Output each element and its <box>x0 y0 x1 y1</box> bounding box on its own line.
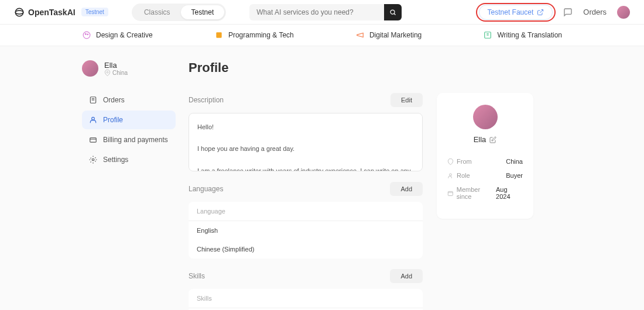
svg-line-3 <box>394 13 396 15</box>
tab-classics[interactable]: Classics <box>133 5 181 19</box>
languages-section: Languages Add Language English Chinese (… <box>189 182 423 259</box>
skills-header: Skills <box>189 289 423 308</box>
category-programming[interactable]: Programming & Tech <box>214 30 294 40</box>
svg-point-20 <box>450 173 452 175</box>
skills-section: Skills Add Skills Website Content <box>189 269 423 310</box>
profile-icon <box>89 116 97 124</box>
megaphone-icon <box>355 30 365 40</box>
edit-button[interactable]: Edit <box>390 93 423 107</box>
nav-orders[interactable]: Orders <box>82 91 176 109</box>
info-from: From China <box>447 158 523 165</box>
search-input[interactable] <box>249 4 384 20</box>
logo[interactable]: OpenTaskAI Testnet <box>14 7 108 18</box>
svg-point-7 <box>87 34 88 35</box>
avatar <box>473 105 498 129</box>
category-label: Writing & Translation <box>497 31 562 39</box>
description-label: Description <box>189 96 224 104</box>
category-label: Digital Marketing <box>369 31 422 39</box>
sidebar: Ella China Orders Profile Billing and pa… <box>82 60 176 310</box>
search-icon <box>389 9 396 16</box>
palette-icon <box>82 30 91 40</box>
nav-settings[interactable]: Settings <box>82 150 176 169</box>
profile-card: Ella From China Role Buyer <box>437 93 533 219</box>
description-section: Description Edit Hello! I hope you are h… <box>189 93 423 171</box>
messages-icon[interactable] <box>563 8 573 17</box>
category-writing[interactable]: Writing & Translation <box>483 30 562 40</box>
calendar-icon <box>447 190 454 197</box>
user-location: China <box>104 70 128 76</box>
add-language-button[interactable]: Add <box>390 182 423 196</box>
category-label: Programming & Tech <box>228 31 294 39</box>
settings-icon <box>89 156 97 164</box>
category-design[interactable]: Design & Creative <box>82 30 153 40</box>
testnet-badge: Testnet <box>81 8 108 16</box>
info-role: Role Buyer <box>447 172 523 179</box>
category-marketing[interactable]: Digital Marketing <box>355 30 422 40</box>
translate-icon <box>483 30 492 40</box>
svg-point-5 <box>83 32 90 39</box>
faucet-label: Testnet Faucet <box>488 8 534 16</box>
avatar <box>82 60 98 77</box>
svg-point-19 <box>92 159 94 161</box>
mode-tabs: Classics Testnet <box>132 4 226 21</box>
languages-label: Languages <box>189 185 223 193</box>
language-header: Language <box>189 202 423 221</box>
orders-link[interactable]: Orders <box>583 8 607 16</box>
info-member-since: Member since Aug 2024 <box>447 186 523 200</box>
add-skill-button[interactable]: Add <box>390 269 423 283</box>
location-icon <box>104 70 111 76</box>
skills-label: Skills <box>189 272 205 280</box>
page-title: Profile <box>189 60 562 75</box>
svg-point-0 <box>15 8 23 16</box>
logo-icon <box>14 7 25 18</box>
nav-billing[interactable]: Billing and payments <box>82 130 176 149</box>
user-name: Ella <box>104 61 128 70</box>
external-link-icon <box>537 9 544 16</box>
tab-testnet[interactable]: Testnet <box>181 5 225 19</box>
svg-rect-17 <box>90 138 97 143</box>
svg-point-2 <box>390 10 395 14</box>
description-text[interactable]: Hello! I hope you are having a great day… <box>189 113 423 171</box>
card-name-row: Ella <box>447 135 523 144</box>
code-icon <box>214 30 224 40</box>
svg-point-6 <box>85 33 86 35</box>
list-item: English <box>189 221 423 240</box>
user-icon <box>447 173 454 179</box>
testnet-faucet-link[interactable]: Testnet Faucet <box>479 5 553 20</box>
location-icon <box>447 159 454 165</box>
search-bar <box>249 4 402 20</box>
sidebar-user: Ella China <box>82 60 176 77</box>
svg-point-1 <box>15 11 23 14</box>
logo-text: OpenTaskAI <box>28 8 76 17</box>
svg-line-4 <box>540 9 543 13</box>
search-button[interactable] <box>384 4 402 20</box>
nav-profile[interactable]: Profile <box>82 111 176 129</box>
svg-point-16 <box>92 117 95 120</box>
billing-icon <box>89 136 97 144</box>
list-item: Chinese (Simplified) <box>189 240 423 259</box>
edit-icon[interactable] <box>489 136 496 143</box>
svg-rect-21 <box>448 191 453 195</box>
svg-point-12 <box>107 71 108 73</box>
orders-icon <box>89 96 97 104</box>
category-label: Design & Creative <box>96 31 153 39</box>
svg-rect-8 <box>216 32 221 37</box>
user-avatar[interactable] <box>617 6 630 19</box>
